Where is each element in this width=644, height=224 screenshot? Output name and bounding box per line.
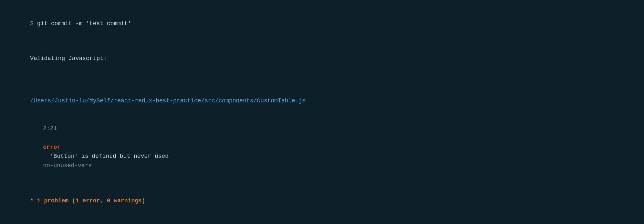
eslint-failed-line: ESLint Failed: src/components/CustomTabl… (16, 222, 628, 224)
problem-summary-line: * 1 problem (1 error, 0 warnings) (16, 187, 628, 215)
error-label: error (43, 144, 60, 150)
error-message: 'Button' is defined but never used (43, 153, 175, 159)
error-rule: no-unused-vars (43, 162, 92, 169)
git-command-line: $ git commit -m 'test commit' (16, 10, 628, 37)
blank-line-4 (16, 180, 628, 187)
blank-line-2 (16, 73, 628, 80)
blank-line-3 (16, 80, 628, 87)
blank-line-5 (16, 215, 628, 222)
error-detail-line: 2:21 error 'Button' is defined but never… (29, 115, 628, 180)
validating-line: Validating Javascript: (16, 45, 628, 72)
git-command-text: git commit -m 'test commit' (37, 20, 131, 27)
problem-summary-text: * 1 problem (1 error, 0 warnings) (30, 198, 145, 204)
error-line-col: 2:21 (43, 125, 57, 132)
file-path-line: /Users/Justin-lu/MySelf/react-redux-best… (16, 87, 628, 115)
file-path-text: /Users/Justin-lu/MySelf/react-redux-best… (30, 97, 306, 104)
validating-text: Validating Javascript: (30, 55, 107, 62)
prompt-symbol: $ (30, 20, 37, 27)
terminal: $ git commit -m 'test commit' Validating… (10, 6, 634, 224)
blank-line-1 (16, 37, 628, 45)
